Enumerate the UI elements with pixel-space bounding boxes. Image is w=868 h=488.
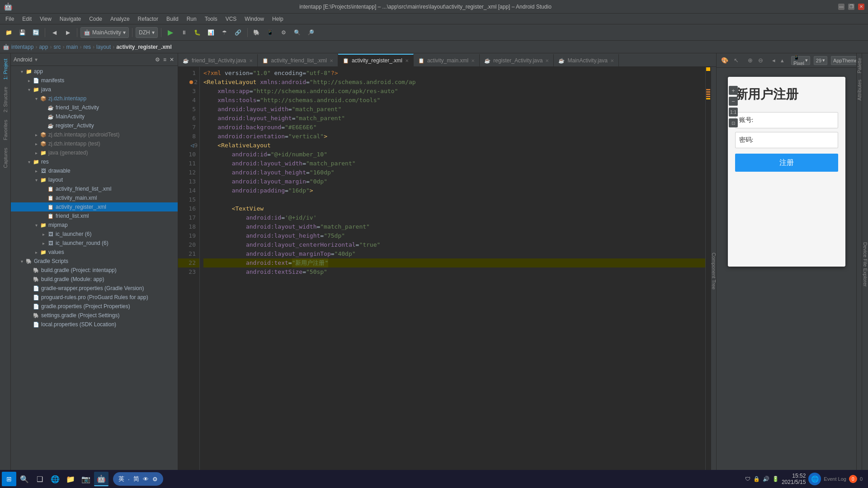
taskbar-android[interactable]: 🤖 xyxy=(94,472,108,486)
minimize-button[interactable]: — xyxy=(838,4,844,10)
tab-activity-friend-xml[interactable]: 📋 activity_friend_list_.xml ✕ xyxy=(258,54,338,66)
tree-res[interactable]: ▾ 📁 res xyxy=(11,157,178,166)
preview-zoom-in-btn[interactable]: ⊕ xyxy=(746,56,755,65)
menu-edit[interactable]: Edit xyxy=(19,15,35,23)
captures-side-tab[interactable]: Captures xyxy=(1,144,10,172)
device-file-explorer-tab[interactable]: Device File Explorer xyxy=(862,53,868,475)
device-preview-selector[interactable]: 📱 Pixel ▾ xyxy=(791,56,810,65)
tree-gradle-props[interactable]: 📄 gradle.properties (Project Properties) xyxy=(11,302,178,311)
tab-close-friend[interactable]: ✕ xyxy=(249,58,253,63)
code-content[interactable]: 1 2 3 4 5 6 7 8 ◁ 9 10 11 12 13 14 xyxy=(178,67,716,475)
tree-gradle-wrapper[interactable]: 📄 gradle-wrapper.properties (Gradle Vers… xyxy=(11,284,178,293)
tree-gradle-scripts[interactable]: ▾ 🐘 Gradle Scripts xyxy=(11,257,178,266)
zoom-plus-btn[interactable]: + xyxy=(729,86,738,95)
tab-close-friend-xml[interactable]: ✕ xyxy=(330,58,333,63)
device-selector[interactable]: DZH ▾ xyxy=(136,27,158,38)
toolbar-sync-btn[interactable]: 🔄 xyxy=(30,27,42,38)
structure-side-tab[interactable]: 2: Structure xyxy=(1,83,10,116)
tree-main-activity[interactable]: ☕ MainActivity xyxy=(11,112,178,121)
tab-close-register-java[interactable]: ✕ xyxy=(545,58,549,63)
tab-friend-list-activity[interactable]: ☕ friend_list_Activity.java ✕ xyxy=(178,54,258,66)
taskbar-camera[interactable]: 📷 xyxy=(79,472,93,486)
tree-proguard[interactable]: 📄 proguard-rules.pro (ProGuard Rules for… xyxy=(11,293,178,302)
ime-chinese-label[interactable]: 简 xyxy=(133,475,139,483)
nav-layout[interactable]: layout xyxy=(96,44,111,50)
preview-palette-btn[interactable]: 🎨 xyxy=(719,56,730,65)
menu-code[interactable]: Code xyxy=(85,15,106,23)
taskbar-taskview[interactable]: ❑ xyxy=(33,472,47,486)
toolbar-save-btn[interactable]: 💾 xyxy=(16,27,28,38)
attributes-tab[interactable]: Attributes xyxy=(856,77,863,103)
tab-close-register-xml[interactable]: ✕ xyxy=(405,58,409,63)
tree-app[interactable]: ▾ 📁 app xyxy=(11,67,178,76)
tab-activity-main-xml[interactable]: 📋 activity_main.xml ✕ xyxy=(414,54,480,66)
api-selector[interactable]: 29 ▾ xyxy=(814,56,827,65)
sidebar-close[interactable]: ✕ xyxy=(169,56,175,64)
sidebar-cog[interactable]: ⚙ xyxy=(154,56,161,64)
favorites-side-tab[interactable]: Favorites xyxy=(1,116,10,144)
toolbar-open-btn[interactable]: 📁 xyxy=(3,27,14,38)
menu-run[interactable]: Run xyxy=(183,15,200,23)
tree-ic-launcher[interactable]: ▸ 🖼 ic_launcher (6) xyxy=(11,230,178,239)
menu-file[interactable]: File xyxy=(2,15,18,23)
search-everywhere-btn[interactable]: 🔎 xyxy=(305,27,317,38)
tree-main-xml[interactable]: 📋 activity_main.xml xyxy=(11,193,178,202)
nav-src[interactable]: src xyxy=(53,44,61,50)
tree-java-gen[interactable]: ▸ 📁 java (generated) xyxy=(11,148,178,157)
debug-button[interactable]: 🐛 xyxy=(192,27,203,38)
nav-res[interactable]: res xyxy=(83,44,91,50)
coverage-button[interactable]: ☂ xyxy=(219,27,231,38)
stop-button[interactable]: ⏸ xyxy=(178,27,190,38)
preview-account-input[interactable]: 账号: xyxy=(735,112,838,128)
tab-main-activity[interactable]: ☕ MainActivity.java ✕ xyxy=(554,54,618,66)
profile-button[interactable]: 📊 xyxy=(205,27,217,38)
nav-current-file[interactable]: activity_register_.xml xyxy=(116,44,172,50)
preview-nav-up-btn[interactable]: ▴ xyxy=(779,56,786,65)
toolbar-back-btn[interactable]: ◀ xyxy=(48,27,60,38)
nav-app[interactable]: app xyxy=(39,44,48,50)
menu-build[interactable]: Build xyxy=(163,15,182,23)
globe-notification[interactable]: 🌐 xyxy=(808,473,821,485)
preview-register-button[interactable]: 注册 xyxy=(735,154,838,172)
preview-zoom-out-btn[interactable]: ⊖ xyxy=(756,56,765,65)
sidebar-dropdown[interactable]: ▾ xyxy=(35,56,38,63)
tree-build-gradle-module[interactable]: 🐘 build.gradle (Module: app) xyxy=(11,275,178,284)
menu-vcs[interactable]: VCS xyxy=(222,15,241,23)
tree-java[interactable]: ▾ 📁 java xyxy=(11,85,178,94)
preview-password-input[interactable]: 密码: xyxy=(735,132,838,148)
tab-activity-register-xml[interactable]: 📋 activity_register_.xml ✕ xyxy=(338,54,414,66)
tree-values[interactable]: ▸ 📁 values xyxy=(11,248,178,257)
menu-help[interactable]: Help xyxy=(269,15,287,23)
taskbar-edge[interactable]: 🌐 xyxy=(48,472,62,486)
sync-project-btn[interactable]: 🐘 xyxy=(251,27,263,38)
tree-register-activity[interactable]: ☕ register_Activity xyxy=(11,121,178,130)
zoom-minus-btn[interactable]: − xyxy=(729,97,738,106)
menu-tools[interactable]: Tools xyxy=(201,15,221,23)
nav-intentapp[interactable]: intentapp xyxy=(11,44,33,50)
tree-manifests[interactable]: ▸ 📄 manifests xyxy=(11,76,178,85)
tree-android-test[interactable]: ▸ 📦 zj.dzh.intentapp (androidTest) xyxy=(11,130,178,139)
preview-nav-left-btn[interactable]: ◂ xyxy=(770,56,777,65)
tree-drawable[interactable]: ▸ 🖼 drawable xyxy=(11,166,178,175)
taskbar-search[interactable]: 🔍 xyxy=(17,472,32,486)
code-editor[interactable]: <?xml version="1.0" encoding="utf-8"?> <… xyxy=(200,67,705,475)
run-button[interactable]: ▶ xyxy=(165,27,176,38)
menu-view[interactable]: View xyxy=(36,15,55,23)
tree-register-xml[interactable]: 📋 activity_register_.xml xyxy=(11,202,178,211)
tree-ic-launcher-round[interactable]: ▸ 🖼 ic_launcher_round (6) xyxy=(11,239,178,248)
tab-close-main-xml[interactable]: ✕ xyxy=(471,58,475,63)
tree-test[interactable]: ▸ 📦 zj.dzh.intentapp (test) xyxy=(11,139,178,148)
nav-main[interactable]: main xyxy=(66,44,78,50)
toolbar-forward-btn[interactable]: ▶ xyxy=(62,27,74,38)
sdk-manager-btn[interactable]: ⚙ xyxy=(278,27,290,38)
tree-package[interactable]: ▾ 📦 zj.dzh.intentapp xyxy=(11,94,178,103)
tree-friend-activity[interactable]: ☕ friend_list_Activity xyxy=(11,103,178,112)
layout-inspector-btn[interactable]: 🔍 xyxy=(292,27,303,38)
preview-cursor-btn[interactable]: ↖ xyxy=(732,56,741,65)
tree-mipmap[interactable]: ▾ 📁 mipmap xyxy=(11,221,178,230)
ime-english-label[interactable]: 英 xyxy=(118,475,124,483)
menu-window[interactable]: Window xyxy=(241,15,268,23)
tree-friend-list-xml[interactable]: 📋 friend_list.xml xyxy=(11,211,178,221)
menu-analyze[interactable]: Analyze xyxy=(107,15,133,23)
tree-build-gradle-project[interactable]: 🐘 build.gradle (Project: intentapp) xyxy=(11,266,178,275)
